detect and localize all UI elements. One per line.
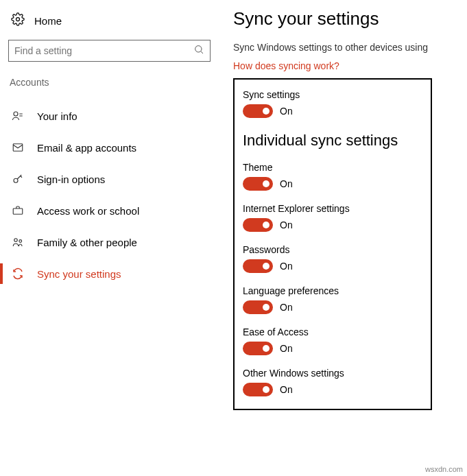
passwords-toggle-row: On: [243, 259, 422, 273]
other-toggle-row: On: [243, 383, 422, 396]
ie-toggle[interactable]: [243, 218, 273, 232]
people-icon: [11, 236, 25, 248]
svg-rect-6: [13, 209, 23, 214]
sync-settings-toggle[interactable]: [243, 104, 273, 118]
sidebar-item-sync[interactable]: Sync your settings: [8, 258, 233, 289]
sidebar-item-signin[interactable]: Sign-in options: [8, 163, 233, 195]
ease-toggle-row: On: [243, 342, 422, 355]
sidebar-item-label: Sign-in options: [37, 174, 105, 185]
toggle-state: On: [280, 261, 293, 272]
svg-point-7: [14, 239, 18, 242]
sync-icon: [11, 267, 25, 280]
passwords-label: Passwords: [243, 244, 422, 255]
ie-label: Internet Explorer settings: [243, 203, 422, 214]
sidebar-item-label: Access work or school: [37, 205, 139, 217]
ease-toggle[interactable]: [243, 342, 273, 355]
ease-label: Ease of Access: [243, 326, 422, 337]
svg-point-3: [14, 112, 18, 116]
how-syncing-works-link[interactable]: How does syncing work?: [233, 60, 339, 71]
sidebar-item-email[interactable]: Email & app accounts: [8, 132, 233, 163]
sidebar-item-work[interactable]: Access work or school: [8, 195, 233, 226]
main-content: Sync your settings Sync Windows settings…: [233, 0, 467, 476]
svg-point-5: [14, 178, 18, 182]
sidebar: Home Accounts Your info Email &: [0, 0, 233, 476]
svg-point-8: [19, 240, 22, 243]
category-label: Accounts: [8, 77, 233, 88]
toggle-state: On: [280, 178, 293, 189]
sidebar-item-your-info[interactable]: Your info: [8, 100, 233, 132]
watermark: wsxdn.com: [425, 465, 463, 473]
home-label: Home: [34, 15, 62, 27]
language-toggle[interactable]: [243, 300, 273, 314]
theme-label: Theme: [243, 162, 422, 173]
briefcase-icon: [11, 204, 25, 217]
user-icon: [11, 110, 25, 122]
toggle-state: On: [280, 106, 293, 117]
sync-settings-toggle-row: On: [243, 104, 422, 118]
toggle-state: On: [280, 302, 293, 313]
svg-point-1: [195, 46, 202, 52]
gear-icon: [11, 12, 25, 29]
passwords-toggle[interactable]: [243, 259, 273, 273]
page-subtitle: Sync Windows settings to other devices u…: [233, 42, 467, 53]
language-toggle-row: On: [243, 300, 422, 314]
individual-section-title: Individual sync settings: [243, 132, 422, 150]
sync-settings-label: Sync settings: [243, 89, 422, 100]
theme-toggle[interactable]: [243, 177, 273, 191]
sidebar-item-label: Email & app accounts: [37, 142, 136, 154]
svg-point-0: [16, 18, 20, 21]
svg-line-2: [201, 51, 203, 53]
sidebar-item-label: Family & other people: [37, 237, 137, 248]
search-icon: [193, 44, 204, 58]
other-label: Other Windows settings: [243, 368, 422, 379]
theme-toggle-row: On: [243, 177, 422, 191]
sync-settings-panel: Sync settings On Individual sync setting…: [233, 78, 432, 410]
toggle-state: On: [280, 343, 293, 354]
search-input[interactable]: [14, 45, 193, 56]
other-toggle[interactable]: [243, 383, 273, 396]
mail-icon: [11, 141, 25, 154]
language-label: Language preferences: [243, 285, 422, 296]
sidebar-item-label: Your info: [37, 110, 77, 122]
nav-list: Your info Email & app accounts Sign-in o…: [8, 100, 233, 289]
ie-toggle-row: On: [243, 218, 422, 232]
toggle-state: On: [280, 384, 293, 395]
toggle-state: On: [280, 219, 293, 230]
key-icon: [11, 173, 25, 185]
search-box[interactable]: [8, 40, 211, 62]
home-button[interactable]: Home: [8, 12, 233, 29]
sidebar-item-label: Sync your settings: [37, 268, 121, 280]
sidebar-item-family[interactable]: Family & other people: [8, 226, 233, 258]
page-title: Sync your settings: [233, 8, 467, 29]
svg-rect-4: [13, 144, 23, 152]
